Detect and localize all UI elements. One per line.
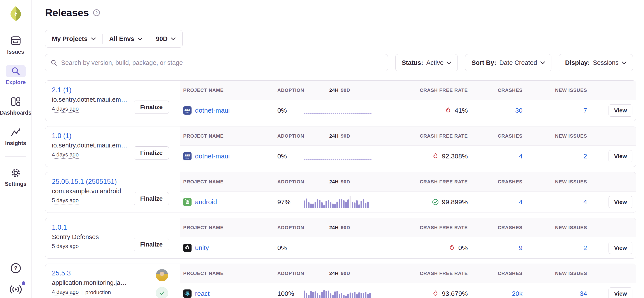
table-row: android 97% 99.899% 4 4 View xyxy=(180,191,636,212)
date-range-dropdown[interactable]: 90D xyxy=(149,35,182,43)
sort-by-dropdown[interactable]: Sort By:Date Created xyxy=(465,54,551,71)
release-version-link[interactable]: 1.0.1 xyxy=(52,223,67,231)
table-header: PROJECT NAME ADOPTION 24H90D CRASH FREE … xyxy=(180,81,636,100)
adoption-value: 0% xyxy=(277,153,304,160)
crashes-link[interactable]: 30 xyxy=(515,107,522,114)
crashes-link[interactable]: 9 xyxy=(519,244,522,251)
search-icon xyxy=(50,59,57,66)
question-circle-icon[interactable]: ? xyxy=(93,9,100,17)
status-dropdown[interactable]: Status:Active xyxy=(395,54,458,71)
project-link[interactable]: android xyxy=(195,198,217,206)
display-dropdown[interactable]: Display:Sessions xyxy=(559,54,633,71)
project-link[interactable]: dotnet-maui xyxy=(195,153,230,160)
environment-filter-dropdown[interactable]: All Envs xyxy=(103,35,149,43)
new-issues-link[interactable]: 2 xyxy=(583,244,587,251)
release-version-link[interactable]: 2.1 (1) xyxy=(52,86,72,94)
table-header: PROJECT NAME ADOPTION 24H90D CRASH FREE … xyxy=(180,126,636,146)
svg-text:?: ? xyxy=(95,11,98,15)
page-filter-bar: My Projects All Envs 90D xyxy=(45,30,182,48)
sidebar: Issues Explore xyxy=(0,0,32,298)
release-meta: 4 days ago | production xyxy=(52,289,173,296)
col-crash-free-rate: CRASH FREE RATE xyxy=(420,87,468,93)
project-link[interactable]: dotnet-maui xyxy=(195,107,230,114)
table-row: .NETMAUI dotnet-maui 0% 41% 30 7 View xyxy=(180,100,636,121)
sidebar-item-settings[interactable]: Settings xyxy=(5,167,26,187)
new-issues-link[interactable]: 34 xyxy=(580,290,587,297)
view-button[interactable]: View xyxy=(608,150,632,162)
adoption-sparkline[interactable] xyxy=(304,150,376,162)
insights-icon xyxy=(6,126,26,138)
crashes-link[interactable]: 4 xyxy=(519,198,522,206)
table-row: unity 0% 0% 9 2 View xyxy=(180,237,636,258)
search-input[interactable] xyxy=(61,59,382,66)
view-button[interactable]: View xyxy=(608,287,632,298)
col-new-issues: NEW ISSUES xyxy=(555,225,587,230)
project-cell: react xyxy=(183,289,277,298)
crash-free-rate: 0% xyxy=(448,244,468,251)
adoption-sparkline[interactable] xyxy=(304,287,376,298)
crash-free-value: 99.899% xyxy=(442,198,468,206)
project-cell: android xyxy=(183,198,277,206)
release-version-link[interactable]: 1.0 (1) xyxy=(52,132,72,140)
chevron-down-icon xyxy=(446,61,451,64)
col-time-window[interactable]: 24H90D xyxy=(329,133,350,139)
col-adoption: ADOPTION xyxy=(277,271,304,276)
view-button[interactable]: View xyxy=(608,242,632,254)
col-new-issues: NEW ISSUES xyxy=(555,179,587,185)
release-table: PROJECT NAME ADOPTION 24H90D CRASH FREE … xyxy=(180,81,636,121)
table-header: PROJECT NAME ADOPTION 24H90D CRASH FREE … xyxy=(180,218,636,237)
notification-dot xyxy=(22,281,26,285)
search-box[interactable] xyxy=(45,54,388,71)
help-icon[interactable]: ? xyxy=(10,262,22,275)
crashes-link[interactable]: 20k xyxy=(512,290,522,297)
adoption-sparkline[interactable] xyxy=(304,104,376,117)
new-issues-link[interactable]: 7 xyxy=(583,107,587,114)
sidebar-item-dashboards[interactable]: Dashboards xyxy=(0,96,32,116)
search-icon xyxy=(6,65,26,77)
fire-icon xyxy=(448,244,455,251)
release-version-link[interactable]: 25.5.3 xyxy=(52,269,71,277)
finalize-button[interactable]: Finalize xyxy=(134,192,169,205)
col-project-name: PROJECT NAME xyxy=(183,87,277,93)
sentry-logo[interactable] xyxy=(9,6,23,22)
finalize-button[interactable]: Finalize xyxy=(134,101,169,114)
release-environment: production xyxy=(85,289,111,295)
crash-free-value: 41% xyxy=(455,107,468,114)
release-version-link[interactable]: 25.05.15.1 (2505151) xyxy=(52,178,117,186)
col-crashes: CRASHES xyxy=(498,179,522,185)
col-time-window[interactable]: 24H90D xyxy=(329,179,350,185)
adoption-sparkline[interactable] xyxy=(304,196,376,208)
sidebar-item-insights[interactable]: Insights xyxy=(5,126,26,146)
new-issues-link[interactable]: 2 xyxy=(583,153,587,160)
col-project-name: PROJECT NAME xyxy=(183,179,277,185)
gear-icon xyxy=(6,167,26,179)
chevron-down-icon xyxy=(171,38,176,40)
adoption-sparkline[interactable] xyxy=(304,242,376,254)
release-created: 4 days ago xyxy=(52,289,78,296)
project-filter-dropdown[interactable]: My Projects xyxy=(45,35,102,43)
sidebar-divider xyxy=(5,156,26,157)
broadcast-icon[interactable] xyxy=(10,284,22,295)
view-button[interactable]: View xyxy=(608,104,632,117)
project-link[interactable]: unity xyxy=(195,244,209,251)
finalize-button[interactable]: Finalize xyxy=(134,146,169,160)
col-time-window[interactable]: 24H90D xyxy=(329,87,350,93)
avatar xyxy=(156,269,168,281)
sidebar-item-issues[interactable]: Issues xyxy=(6,35,26,55)
crash-free-rate: 41% xyxy=(445,107,468,114)
sidebar-item-explore[interactable]: Explore xyxy=(6,65,26,86)
dashboards-icon xyxy=(6,96,26,108)
view-button[interactable]: View xyxy=(608,196,632,208)
release-created: 4 days ago xyxy=(52,151,78,159)
col-time-window[interactable]: 24H90D xyxy=(329,225,350,230)
project-link[interactable]: react xyxy=(195,290,210,297)
finalize-button[interactable]: Finalize xyxy=(134,238,169,251)
col-time-window[interactable]: 24H90D xyxy=(329,271,350,276)
new-issues-link[interactable]: 4 xyxy=(583,198,587,206)
col-new-issues: NEW ISSUES xyxy=(555,133,587,139)
crash-free-value: 93.679% xyxy=(442,290,468,297)
project-cell: unity xyxy=(183,244,277,252)
crashes-link[interactable]: 4 xyxy=(519,153,522,160)
col-adoption: ADOPTION xyxy=(277,225,304,230)
main-content: Releases ? My Projects All Envs 90D xyxy=(32,0,644,298)
